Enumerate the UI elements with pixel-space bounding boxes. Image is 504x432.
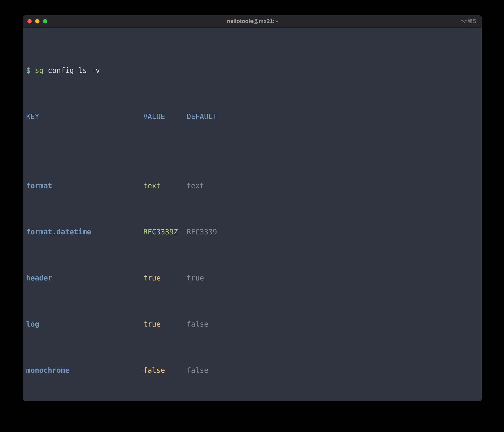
- table-row: format text text: [26, 180, 477, 191]
- close-button[interactable]: [27, 19, 32, 24]
- zoom-button[interactable]: [43, 19, 47, 24]
- command-line: $sqconfig ls -v: [26, 65, 477, 76]
- config-value: true: [143, 318, 187, 330]
- titlebar[interactable]: neilotoole@mx21:~ ⌥⌘5: [23, 15, 482, 27]
- config-key: format: [26, 180, 143, 191]
- traffic-lights: [27, 19, 47, 24]
- window-shortcut-badge: ⌥⌘5: [460, 18, 477, 25]
- prompt-symbol: $: [26, 66, 30, 74]
- column-header-value: VALUE: [143, 111, 187, 122]
- config-key: monochrome: [26, 364, 143, 376]
- minimize-button[interactable]: [35, 19, 40, 24]
- table-row: header true true: [26, 272, 477, 284]
- column-header-key: KEY: [26, 111, 143, 122]
- table-header-row: KEY VALUE DEFAULT: [26, 111, 477, 122]
- config-key: format.datetime: [26, 226, 143, 238]
- config-default: text: [187, 180, 477, 191]
- window-title: neilotoole@mx21:~: [23, 18, 482, 25]
- config-default: false: [187, 364, 477, 376]
- config-table-rows: format text text format.datetime RFC3339…: [26, 157, 477, 401]
- config-value: text: [143, 180, 187, 191]
- terminal-window: neilotoole@mx21:~ ⌥⌘5 $sqconfig ls -v KE…: [23, 15, 482, 401]
- table-row: format.datetime RFC3339Z RFC3339: [26, 226, 477, 238]
- terminal-output[interactable]: $sqconfig ls -v KEY VALUE DEFAULT format…: [23, 27, 482, 401]
- config-value: false: [143, 364, 187, 376]
- command-program: sq: [35, 66, 44, 74]
- config-default: true: [187, 272, 477, 284]
- command-args: config ls -v: [48, 66, 100, 74]
- config-key: header: [26, 272, 143, 284]
- config-key: log: [26, 318, 143, 330]
- config-default: false: [187, 318, 477, 330]
- config-default: RFC3339: [187, 226, 477, 238]
- table-row: log true false: [26, 318, 477, 330]
- config-value: RFC3339Z: [143, 226, 187, 238]
- config-value: true: [143, 272, 187, 284]
- column-header-default: DEFAULT: [187, 111, 477, 122]
- table-row: monochrome false false: [26, 364, 477, 376]
